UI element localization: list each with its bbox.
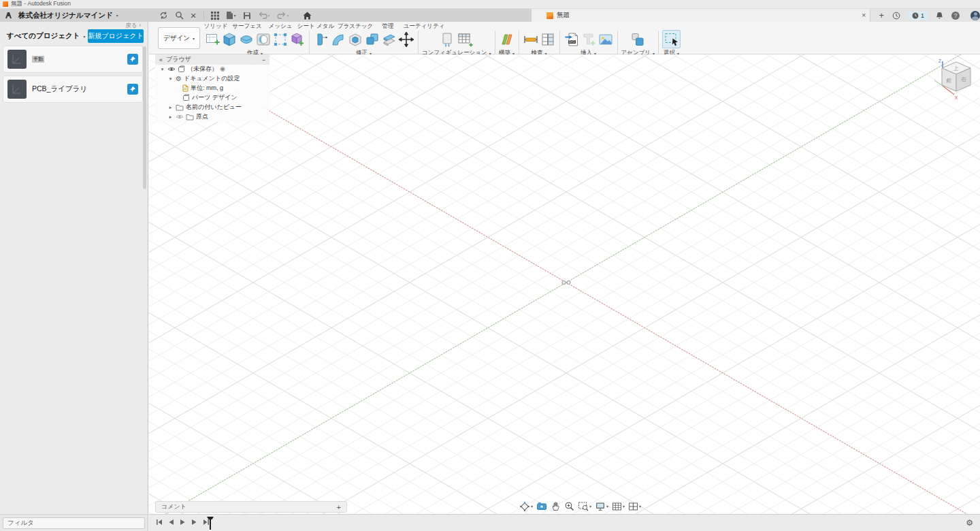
step-forward-icon[interactable] xyxy=(191,519,197,526)
tree-row-named-views[interactable]: ▸ 名前の付いたビュー xyxy=(155,103,270,112)
pan-hand-icon[interactable] xyxy=(551,501,561,511)
viewcube-top-face[interactable]: 上 xyxy=(953,65,959,71)
construction-plane-icon[interactable] xyxy=(499,31,515,48)
comment-bar[interactable]: コメント + xyxy=(155,501,347,513)
interference-icon[interactable] xyxy=(540,31,556,48)
data-panel: 戻る › すべてのプロジェクト ▾ 新規プロジェクト 手動 PCB_ライブラリ xyxy=(0,22,148,514)
collapse-panel-icon[interactable]: « xyxy=(159,57,163,63)
model-viewport[interactable] xyxy=(149,54,980,514)
apps-grid-icon[interactable] xyxy=(211,12,219,20)
active-radio-icon[interactable]: ◉ xyxy=(220,66,225,72)
project-card[interactable]: 手動 xyxy=(3,46,142,72)
insert-decal-icon[interactable] xyxy=(581,31,597,48)
look-at-icon[interactable] xyxy=(536,501,547,511)
help-icon[interactable]: ? xyxy=(951,12,960,20)
filter-input[interactable]: フィルタ xyxy=(3,517,145,529)
chevron-down-icon[interactable]: ▾ xyxy=(531,504,533,509)
project-name[interactable]: 手動 xyxy=(32,56,44,63)
surface-revolve-icon[interactable] xyxy=(255,31,272,48)
tree-row-design-type[interactable]: パーツ デザイン xyxy=(155,93,270,103)
zoom-window-icon[interactable]: ▾ xyxy=(578,501,591,511)
save-icon[interactable] xyxy=(243,12,251,20)
orbit-icon[interactable]: ▾ xyxy=(519,501,533,512)
viewports-icon[interactable]: ▾ xyxy=(628,502,641,511)
browser-title: ブラウザ xyxy=(166,55,191,64)
group-assemble: アセンブリ ▾ xyxy=(618,30,659,57)
viewcube-right-face[interactable]: 右 xyxy=(961,76,966,82)
notifications-bell-icon[interactable] xyxy=(936,12,943,20)
pin-icon[interactable] xyxy=(127,54,138,65)
insert-svg-icon[interactable]: SVG xyxy=(564,31,580,48)
design-type-label: パーツ デザイン xyxy=(192,93,238,102)
caret-down-icon[interactable]: ▾ xyxy=(159,67,165,72)
tab-close-icon[interactable]: × xyxy=(862,12,866,19)
sync-icon[interactable] xyxy=(159,11,168,20)
account-menu[interactable]: 株式会社オリジナルマインド ▾ xyxy=(18,11,118,20)
visibility-eye-icon[interactable] xyxy=(167,66,176,72)
tree-row-document[interactable]: ▾ （未保存） ◉ xyxy=(155,65,270,74)
zoom-icon[interactable] xyxy=(564,501,574,511)
create-sketch-icon[interactable] xyxy=(204,31,220,48)
new-tab-icon[interactable]: + xyxy=(879,10,884,20)
surface-patch-icon[interactable] xyxy=(238,31,255,48)
viewcube-front-face[interactable]: 前 xyxy=(946,78,951,84)
project-card[interactable]: PCB_ライブラリ xyxy=(3,76,142,102)
gear-icon: ⚙ xyxy=(176,76,182,82)
browser-panel: « ブラウザ − ▾ （未保存） ◉ ▾ ⚙ ドキュメントの設定 単位: mm,… xyxy=(155,54,270,122)
project-name[interactable]: PCB_ライブラリ xyxy=(32,84,87,94)
document-tab[interactable]: 無題 × xyxy=(531,9,870,22)
configuration-table-icon[interactable] xyxy=(457,31,473,48)
chevron-down-icon[interactable]: ▾ xyxy=(639,504,641,509)
step-back-icon[interactable] xyxy=(168,519,174,526)
new-project-button[interactable]: 新規プロジェクト xyxy=(88,29,144,43)
tree-row-origin[interactable]: ▸ 原点 xyxy=(155,112,270,122)
insert-mesh-icon[interactable] xyxy=(289,31,306,48)
insert-canvas-icon[interactable] xyxy=(598,31,614,48)
offset-face-icon[interactable] xyxy=(381,31,397,48)
caret-down-icon[interactable]: ▾ xyxy=(167,76,174,82)
go-to-start-icon[interactable] xyxy=(156,519,163,526)
grid-settings-icon[interactable]: ▾ xyxy=(612,502,625,511)
new-component-icon[interactable] xyxy=(630,31,646,48)
add-comment-icon[interactable]: + xyxy=(337,503,341,511)
flange-icon[interactable] xyxy=(313,31,329,48)
pin-icon[interactable] xyxy=(127,84,138,95)
chevron-down-icon[interactable]: ▾ xyxy=(589,504,591,509)
fillet-icon[interactable] xyxy=(330,31,346,48)
search-icon[interactable] xyxy=(175,11,184,20)
measure-icon[interactable] xyxy=(523,31,539,48)
caret-right-icon[interactable]: ▸ xyxy=(167,114,174,120)
timeline-settings-gear-icon[interactable]: ⚙ xyxy=(966,518,973,528)
move-icon[interactable] xyxy=(398,31,414,48)
play-icon[interactable] xyxy=(180,519,186,526)
mesh-edit-icon[interactable] xyxy=(272,31,289,48)
configure-document-icon[interactable] xyxy=(440,31,456,48)
tree-row-units[interactable]: 単位: mm, g xyxy=(155,84,270,93)
timeline-position-marker[interactable] xyxy=(206,517,214,530)
combine-icon[interactable] xyxy=(364,31,380,48)
group-inspect: 検査 ▾ xyxy=(519,30,559,57)
view-cube[interactable]: 上 前 右 Z X xyxy=(934,57,976,102)
history-clock-icon[interactable] xyxy=(892,12,900,20)
home-icon[interactable] xyxy=(303,12,312,20)
job-status-badge[interactable]: 1 xyxy=(909,12,928,20)
panel-scrollbar[interactable] xyxy=(143,46,146,189)
visibility-eye-off-icon[interactable] xyxy=(176,114,184,120)
select-button[interactable] xyxy=(662,30,681,48)
projects-header-dropdown[interactable]: すべてのプロジェクト ▾ xyxy=(7,31,85,41)
chevron-down-icon[interactable]: ▾ xyxy=(606,504,608,509)
display-settings-icon[interactable]: ▾ xyxy=(595,501,608,511)
minimize-panel-icon[interactable]: − xyxy=(262,57,265,63)
close-icon[interactable]: × xyxy=(191,10,197,21)
undo-icon[interactable]: ▾ xyxy=(258,12,270,19)
extrude-icon[interactable] xyxy=(221,31,238,48)
shell-icon[interactable] xyxy=(347,31,363,48)
chevron-down-icon[interactable]: ▾ xyxy=(623,504,625,509)
redo-icon[interactable]: ▾ xyxy=(277,12,289,19)
tree-row-document-settings[interactable]: ▾ ⚙ ドキュメントの設定 xyxy=(155,74,270,84)
user-avatar[interactable] xyxy=(970,11,980,20)
workspace-selector[interactable]: デザイン ▾ xyxy=(158,27,200,49)
chevron-down-icon: ▾ xyxy=(193,36,195,41)
new-document-icon[interactable]: ▾ xyxy=(226,11,236,20)
caret-right-icon[interactable]: ▸ xyxy=(167,105,174,110)
